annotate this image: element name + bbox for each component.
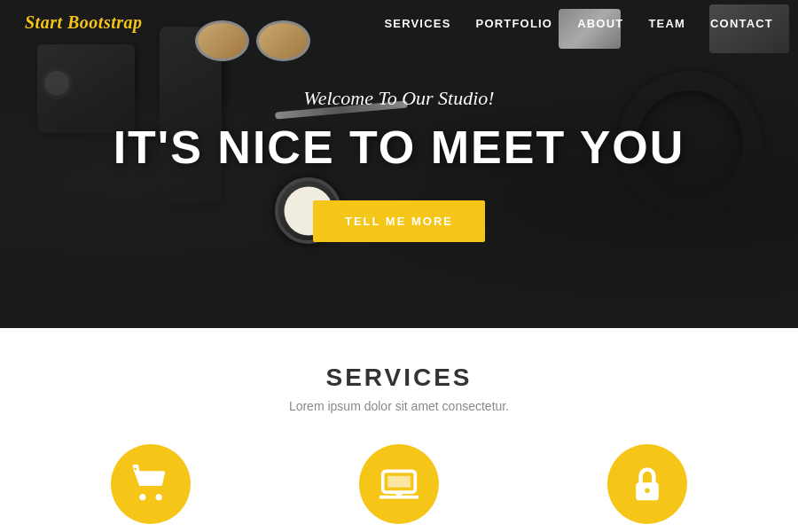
svg-point-0: [140, 495, 145, 500]
services-section: SERVICES Lorem ipsum dolor sit amet cons…: [0, 328, 798, 532]
svg-rect-3: [387, 476, 411, 488]
responsive-icon-circle: [359, 444, 439, 524]
service-item-security: Web Security Lorem ipsum dolor sit amet,…: [550, 444, 745, 532]
hero-cta-button[interactable]: TELL ME MORE: [313, 200, 485, 242]
nav-item-team[interactable]: TEAM: [648, 15, 685, 31]
nav-item-services[interactable]: SERVICES: [384, 15, 450, 31]
navbar-brand[interactable]: Start Bootstrap: [25, 12, 143, 33]
hero-subtitle: Welcome To Our Studio!: [113, 87, 685, 110]
hero-section: Welcome To Our Studio! IT'S NICE TO MEET…: [0, 0, 798, 328]
service-item-responsive: Responsive Design Lorem ipsum dolor sit …: [301, 444, 497, 532]
services-heading: SERVICES: [18, 364, 780, 392]
service-item-ecommerce: E-Commerce Lorem ipsum dolor sit amet, c…: [53, 444, 248, 532]
ecommerce-icon-circle: [111, 444, 191, 524]
services-grid: E-Commerce Lorem ipsum dolor sit amet, c…: [18, 444, 780, 532]
svg-point-5: [645, 489, 650, 494]
navbar: Start Bootstrap SERVICES PORTFOLIO ABOUT…: [0, 0, 798, 45]
svg-point-1: [156, 495, 161, 500]
nav-item-portfolio[interactable]: PORTFOLIO: [476, 15, 553, 31]
lock-icon: [628, 465, 667, 504]
security-icon-circle: [607, 444, 687, 524]
hero-content: Welcome To Our Studio! IT'S NICE TO MEET…: [113, 87, 685, 242]
laptop-icon: [379, 465, 419, 504]
hero-title: IT'S NICE TO MEET YOU: [113, 121, 685, 174]
nav-links: SERVICES PORTFOLIO ABOUT TEAM CONTACT: [384, 15, 773, 31]
nav-item-about[interactable]: ABOUT: [577, 15, 623, 31]
nav-item-contact[interactable]: CONTACT: [710, 15, 773, 31]
cart-icon: [131, 465, 170, 504]
services-subtext: Lorem ipsum dolor sit amet consectetur.: [18, 399, 780, 413]
